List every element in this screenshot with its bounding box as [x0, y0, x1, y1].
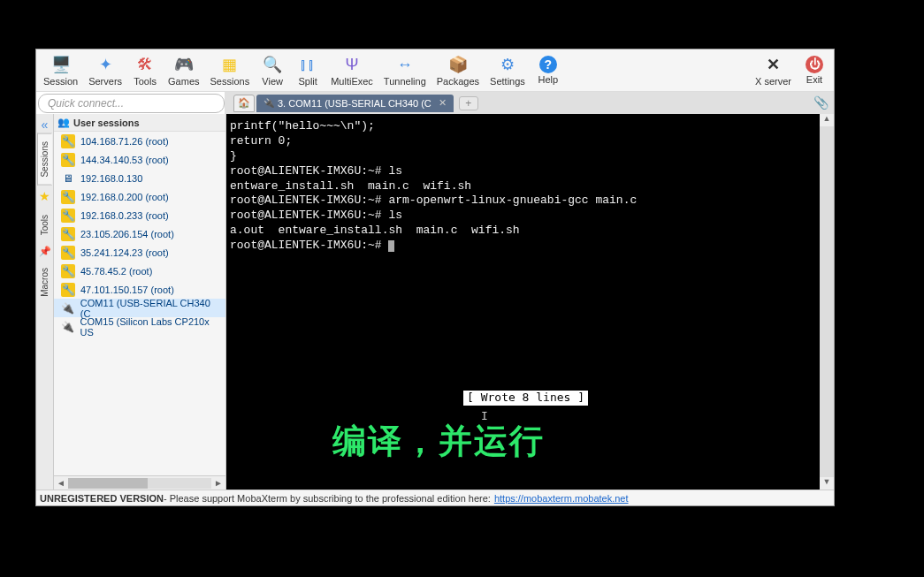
text-caret: I [481, 410, 488, 425]
multiexec-icon: Ψ [341, 54, 363, 75]
tools-label: Tools [134, 76, 157, 87]
terminal-line: root@ALIENTEK-IMX6U:~# ls [230, 209, 816, 224]
servers-button[interactable]: ✦ Servers [83, 52, 127, 88]
sessions-icon: ▦ [219, 54, 241, 75]
ssh-session-icon: 🔧 [61, 209, 75, 223]
session-item-label: 47.101.150.157 (root) [80, 285, 174, 295]
exit-button[interactable]: ⏻ Exit [797, 54, 832, 87]
session-item-label: COM15 (Silicon Labs CP210x US [80, 316, 222, 338]
sessions-sidebar: 👥 User sessions 🔧104.168.71.26 (root)🔧14… [54, 114, 226, 490]
user-sessions-icon: 👥 [57, 117, 70, 128]
session-item[interactable]: 🔧104.168.71.26 (root) [54, 132, 225, 150]
ssh-session-icon: 🔧 [61, 153, 75, 167]
terminal-line: printf("hello~~~\n"); [230, 119, 816, 134]
terminal-line: a.out entware_install.sh main.c wifi.sh [230, 224, 816, 239]
side-tab-sessions[interactable]: Sessions [37, 133, 52, 186]
packages-icon: 📦 [447, 54, 469, 75]
tunneling-button[interactable]: ↔ Tunneling [378, 52, 431, 88]
rdp-session-icon: 🖥 [61, 171, 75, 186]
games-icon: 🎮 [173, 54, 195, 75]
split-icon: ⫿⫿ [297, 54, 318, 75]
terminal-line: } [230, 149, 816, 164]
vscroll-down-button[interactable]: ▼ [820, 477, 834, 490]
session-item[interactable]: 🔧47.101.150.157 (root) [54, 280, 225, 299]
packages-label: Packages [437, 76, 479, 87]
settings-label: Settings [490, 76, 525, 87]
help-button[interactable]: ? Help [531, 54, 566, 87]
session-label: Session [43, 76, 78, 87]
terminal[interactable]: printf("hello~~~\n");return 0;}root@ALIE… [226, 114, 820, 490]
session-item[interactable]: 🔧23.105.206.154 (root) [54, 224, 225, 243]
ssh-session-icon: 🔧 [61, 227, 75, 241]
games-button[interactable]: 🎮 Games [163, 52, 204, 88]
session-list: 🔧104.168.71.26 (root)🔧144.34.140.53 (roo… [54, 132, 225, 475]
exit-icon: ⏻ [806, 56, 823, 73]
new-tab-button[interactable]: + [459, 96, 478, 110]
session-item[interactable]: 🔌COM15 (Silicon Labs CP210x US [54, 317, 225, 336]
side-tab-tools[interactable]: Tools [37, 207, 52, 243]
session-item[interactable]: 🔧45.78.45.2 (root) [54, 262, 225, 280]
sidebar-hscrollbar[interactable]: ◄ ► [54, 475, 225, 490]
view-button[interactable]: 🔍 View [255, 52, 290, 88]
main-area: « Sessions ★ Tools 📌 Macros 👥 User sessi… [36, 114, 834, 490]
packages-button[interactable]: 📦 Packages [431, 52, 485, 88]
sessions-button[interactable]: ▦ Sessions [205, 52, 256, 88]
tunneling-label: Tunneling [384, 76, 426, 87]
status-link[interactable]: https://mobaxterm.mobatek.net [494, 493, 629, 504]
session-icon: 🖥️ [50, 54, 72, 75]
tunneling-icon: ↔ [394, 54, 416, 75]
quick-connect-input[interactable]: Quick connect... [38, 94, 225, 113]
session-button[interactable]: 🖥️ Session [38, 52, 83, 88]
session-item-label: 45.78.45.2 (root) [80, 266, 152, 277]
active-tab[interactable]: 🔌 3. COM11 (USB-SERIAL CH340 (C ✕ [256, 95, 454, 112]
terminal-line: root@ALIENTEK-IMX6U:~# [230, 239, 816, 254]
tools-icon: 🛠 [134, 54, 156, 75]
help-icon: ? [539, 56, 557, 73]
tab-bar: 🏠 🔌 3. COM11 (USB-SERIAL CH340 (C ✕ + 📎 [225, 92, 834, 114]
tab-close-button[interactable]: ✕ [439, 97, 447, 109]
settings-icon: ⚙ [497, 54, 518, 75]
hscroll-left-button[interactable]: ◄ [54, 478, 68, 488]
sidebar-header-label: User sessions [73, 118, 140, 128]
session-item[interactable]: 🔧144.34.140.53 (root) [54, 150, 225, 169]
serial-session-icon: 🔌 [61, 320, 75, 334]
hscroll-track[interactable] [68, 478, 211, 489]
session-item[interactable]: 🖥192.168.0.130 [54, 169, 225, 187]
tab-row: Quick connect... 🏠 🔌 3. COM11 (USB-SERIA… [36, 92, 834, 114]
terminal-line: root@ALIENTEK-IMX6U:~# arm-openwrt-linux… [230, 194, 816, 209]
main-toolbar: 🖥️ Session ✦ Servers 🛠 Tools 🎮 Games ▦ S… [36, 49, 834, 92]
session-item[interactable]: 🔌COM11 (USB-SERIAL CH340 (C [54, 299, 225, 317]
view-label: View [262, 76, 283, 87]
terminal-vscrollbar[interactable]: ▲ ▼ [820, 114, 834, 490]
vscroll-up-button[interactable]: ▲ [820, 114, 834, 126]
paperclip-icon[interactable]: 📎 [813, 95, 829, 110]
multiexec-button[interactable]: Ψ MultiExec [325, 52, 378, 88]
hscroll-thumb[interactable] [68, 478, 148, 489]
collapse-sidebar-button[interactable]: « [42, 118, 49, 132]
session-item[interactable]: 🔧192.168.0.200 (root) [54, 187, 225, 206]
hscroll-right-button[interactable]: ► [211, 478, 225, 488]
session-item-label: 192.168.0.200 (root) [80, 192, 169, 202]
star-icon[interactable]: ★ [39, 189, 50, 203]
side-tab-macros[interactable]: Macros [37, 260, 52, 305]
session-item[interactable]: 🔧35.241.124.23 (root) [54, 243, 225, 262]
session-item-label: 144.34.140.53 (root) [80, 155, 169, 165]
wrote-lines-badge: [ Wrote 8 lines ] [463, 391, 588, 406]
status-unregistered: UNREGISTERED VERSION [40, 493, 164, 504]
sessions-label: Sessions [210, 76, 250, 87]
view-icon: 🔍 [262, 54, 283, 75]
tools-button[interactable]: 🛠 Tools [127, 52, 163, 88]
ssh-session-icon: 🔧 [61, 264, 75, 278]
home-tab[interactable]: 🏠 [233, 95, 255, 112]
app-window: 🖥️ Session ✦ Servers 🛠 Tools 🎮 Games ▦ S… [35, 49, 835, 506]
ssh-session-icon: 🔧 [61, 283, 75, 297]
split-button[interactable]: ⫿⫿ Split [290, 52, 325, 88]
session-item[interactable]: 🔧192.168.0.233 (root) [54, 206, 225, 224]
xserver-button[interactable]: ✕ X server [750, 52, 797, 88]
session-item-label: 192.168.0.130 [80, 173, 142, 184]
terminal-cursor [388, 240, 394, 252]
ssh-session-icon: 🔧 [61, 190, 75, 204]
settings-button[interactable]: ⚙ Settings [485, 52, 531, 88]
vscroll-track[interactable] [820, 126, 834, 477]
home-icon: 🏠 [238, 97, 250, 109]
